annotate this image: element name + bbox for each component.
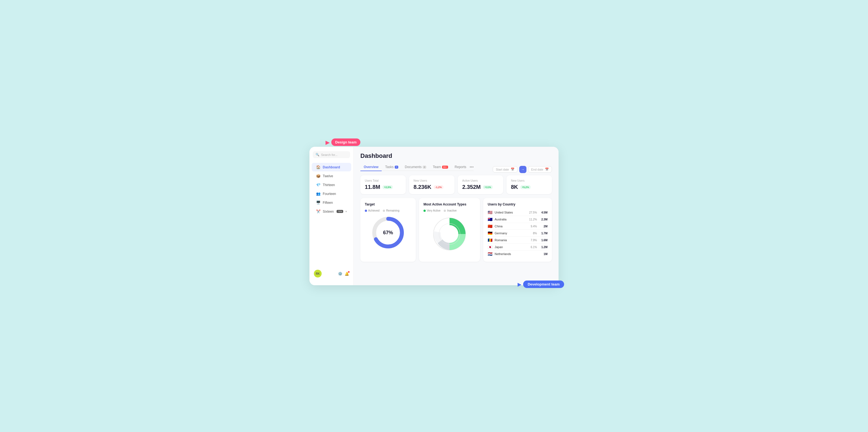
box-icon: 📦 — [316, 174, 320, 178]
stat-card-users-total: Users Total 11.8M +2,5% — [361, 175, 406, 194]
country-val: 1.2M — [539, 246, 548, 249]
sidebar-badge: 79% — [337, 210, 343, 213]
stat-badge-1: -1,2% — [434, 185, 444, 189]
country-val: 4.5M — [539, 211, 548, 214]
stat-value-row-1: 8.236K -1,2% — [413, 184, 450, 190]
legend-inactive: Inactive — [444, 209, 457, 212]
search-icon: 🔍 — [315, 153, 319, 156]
cursor-icon-pink: ▶ — [326, 139, 330, 146]
start-date-input[interactable]: Start date 📅 — [493, 166, 518, 173]
country-pct: 6.1% — [528, 246, 537, 249]
country-val: 2M — [539, 225, 548, 228]
tab-tasks-label: Tasks — [385, 165, 394, 169]
country-widget-title: Users by Country — [488, 202, 548, 206]
achieved-dot — [365, 210, 367, 212]
stat-value-2: 2.352M — [462, 184, 481, 190]
legend-very-active: Very Active — [424, 209, 440, 212]
tab-overview[interactable]: Overview — [361, 163, 382, 171]
more-tabs-icon[interactable]: ••• — [470, 165, 474, 169]
country-pct: 9.4% — [528, 225, 537, 228]
page-title: Dashboard — [361, 152, 552, 160]
stat-card-new-users: New Users 8.236K -1,2% — [409, 175, 455, 194]
date-arrow-button[interactable]: → — [519, 166, 526, 173]
calendar-icon-start: 📅 — [511, 168, 515, 171]
design-team-tooltip: ▶ Design team — [326, 139, 361, 146]
calendar-icon-end: 📅 — [545, 168, 549, 171]
country-name: Netherlands — [495, 252, 525, 256]
country-row: 🇦🇺 Australia 11.2% 2.3M — [488, 216, 548, 223]
flag-icon: 🇦🇺 — [488, 217, 492, 222]
sidebar-item-twelve[interactable]: 📦 Twelve — [312, 172, 351, 180]
flag-icon: 🇯🇵 — [488, 245, 492, 249]
stat-value-row-0: 11.8M +2,5% — [365, 184, 401, 190]
country-row: 🇯🇵 Japan 6.1% 1.2M — [488, 244, 548, 251]
remaining-label: Remaining — [386, 209, 399, 212]
very-active-dot — [424, 210, 426, 212]
search-placeholder: Search for... — [321, 153, 337, 156]
end-date-input[interactable]: End date 📅 — [528, 166, 552, 173]
chevron-down-icon: ▾ — [345, 210, 347, 213]
avatar[interactable]: RK — [314, 270, 321, 278]
country-val: 1M — [539, 253, 548, 256]
stat-value-3: 8K — [511, 184, 518, 190]
sidebar: 🔍 Search for... 🏠 Dashboard 📦 Twelve 💎 T… — [309, 147, 354, 285]
tab-team-label: Team — [433, 165, 441, 169]
tab-overview-label: Overview — [364, 165, 378, 169]
donut-chart: 67% — [365, 216, 411, 249]
sidebar-item-label: Sixteen — [323, 210, 334, 213]
search-box[interactable]: 🔍 Search for... — [313, 151, 350, 158]
svg-point-3 — [441, 225, 458, 243]
very-active-label: Very Active — [427, 209, 440, 212]
sidebar-nav: 🏠 Dashboard 📦 Twelve 💎 Thirteen 👥 Fourte… — [309, 163, 353, 266]
country-name: United States — [495, 211, 525, 214]
tab-documents-label: Documents — [405, 165, 422, 169]
dev-team-label: Development team — [523, 281, 564, 288]
achieved-label: Achieved — [368, 209, 379, 212]
pie-chart — [424, 216, 475, 252]
country-name: Japan — [495, 246, 525, 249]
settings-icon[interactable]: ⚙️ — [338, 272, 342, 276]
legend-remaining: Remaining — [383, 209, 399, 212]
target-widget: Target Achieved Remaining — [361, 198, 416, 262]
tab-reports[interactable]: Reports — [452, 163, 470, 171]
country-val: 1.6M — [539, 239, 548, 242]
stat-label-1: New Users — [413, 179, 450, 182]
scissors-icon: ✂️ — [316, 209, 320, 213]
stat-label-0: Users Total — [365, 179, 401, 182]
sidebar-item-sixteen[interactable]: ✂️ Sixteen 79% ▾ — [312, 207, 351, 216]
stat-value-row-3: 8K +5,2% — [511, 184, 548, 190]
country-val: 2.3M — [539, 218, 548, 221]
sidebar-item-thirteen[interactable]: 💎 Thirteen — [312, 180, 351, 189]
tab-tasks[interactable]: Tasks 7 — [382, 163, 401, 171]
flag-icon: 🇨🇳 — [488, 224, 492, 228]
country-row: 🇳🇱 Netherlands 1M — [488, 251, 548, 257]
flag-icon: 🇷🇴 — [488, 238, 492, 242]
sidebar-footer-icons: ⚙️ 🔔 — [338, 272, 349, 276]
pie-widget-title: Most Active Account Types — [424, 202, 475, 206]
country-list: 🇺🇸 United States 27.5% 4.5M 🇦🇺 Australia… — [488, 209, 548, 257]
sidebar-item-fifteen[interactable]: 🖥️ Fifteen — [312, 198, 351, 207]
end-date-label: End date — [531, 168, 543, 171]
stat-value-0: 11.8M — [365, 184, 380, 190]
sidebar-item-label: Thirteen — [323, 183, 335, 187]
country-row: 🇷🇴 Romania 7.9% 1.6M — [488, 237, 548, 244]
cursor-icon-blue: ▶ — [518, 281, 522, 287]
stat-card-new-users-2: New Users 8K +5,2% — [506, 175, 552, 194]
flag-icon: 🇺🇸 — [488, 210, 492, 214]
notification-icon[interactable]: 🔔 — [345, 272, 349, 276]
tabs-row: Overview Tasks 7 Documents 2 Team 99+ — [361, 163, 552, 175]
country-val: 1.7M — [539, 232, 548, 235]
tab-team[interactable]: Team 99+ — [430, 163, 452, 171]
start-date-label: Start date — [496, 168, 509, 171]
main-content: Dashboard Overview Tasks 7 Documents 2 — [354, 147, 559, 285]
sidebar-item-dashboard[interactable]: 🏠 Dashboard — [312, 163, 351, 171]
tab-documents[interactable]: Documents 2 — [402, 163, 430, 171]
legend-achieved: Achieved — [365, 209, 379, 212]
country-name: Australia — [495, 218, 525, 221]
sidebar-item-label: Fifteen — [323, 201, 333, 205]
main-card: 🔍 Search for... 🏠 Dashboard 📦 Twelve 💎 T… — [309, 147, 559, 285]
country-name: Germany — [495, 231, 525, 235]
outer-wrapper: ▶ Design team 🔍 Search for... 🏠 Dashboar… — [309, 147, 559, 285]
sidebar-item-fourteen[interactable]: 👥 Fourteen — [312, 190, 351, 198]
stat-badge-3: +5,2% — [520, 185, 531, 189]
